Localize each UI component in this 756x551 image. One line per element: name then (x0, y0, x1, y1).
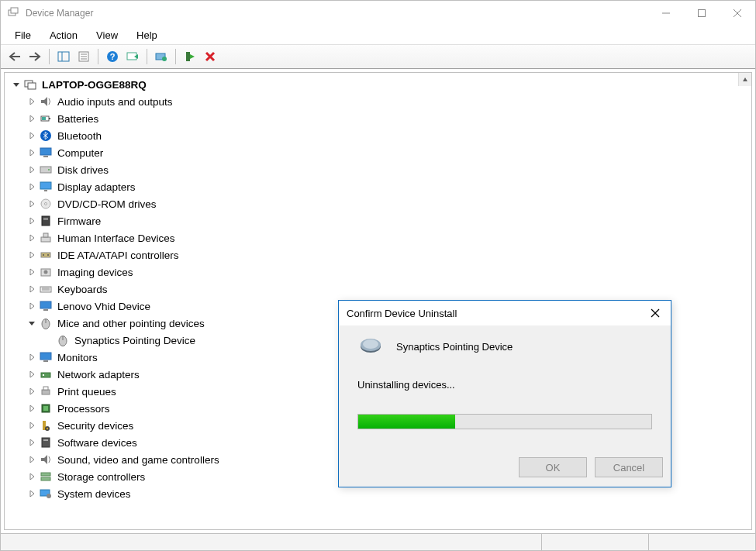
progress-bar (357, 414, 652, 429)
svg-marker-97 (743, 77, 747, 81)
svg-rect-34 (40, 148, 51, 155)
network-icon (39, 368, 53, 381)
chevron-right-icon[interactable] (26, 471, 37, 482)
chevron-right-icon[interactable] (26, 181, 37, 192)
tree-item[interactable]: Imaging devices (6, 263, 750, 281)
svg-rect-74 (41, 373, 50, 377)
chevron-right-icon[interactable] (26, 352, 37, 363)
chevron-right-icon[interactable] (26, 301, 37, 312)
chevron-right-icon[interactable] (26, 232, 37, 243)
svg-rect-64 (43, 309, 48, 311)
monitor-icon (39, 300, 53, 312)
ok-button[interactable]: OK (519, 457, 587, 477)
chevron-right-icon[interactable] (26, 454, 37, 465)
tree-item[interactable]: Audio inputs and outputs (6, 93, 750, 110)
tree-item-label: Storage controllers (57, 471, 145, 483)
tree-item[interactable]: System devices (6, 485, 750, 502)
mouse-icon (56, 334, 70, 346)
tree-item[interactable]: Firmware (6, 212, 750, 229)
show-hide-console-tree-button[interactable] (54, 47, 73, 66)
svg-marker-48 (30, 235, 34, 241)
tree-root[interactable]: LAPTOP-OGGE88RQ (6, 76, 750, 93)
chevron-right-icon[interactable] (26, 267, 37, 277)
chevron-right-icon[interactable] (26, 284, 37, 294)
svg-point-57 (44, 270, 48, 274)
toolbar: ? (1, 44, 755, 69)
tree-item[interactable]: Human Interface Devices (6, 229, 750, 246)
menu-file[interactable]: File (7, 28, 39, 43)
update-driver-button[interactable] (152, 47, 171, 66)
enable-device-button[interactable] (181, 47, 199, 66)
cancel-button[interactable]: Cancel (595, 457, 663, 477)
tree-item-label: Batteries (57, 113, 98, 125)
statusbar (1, 533, 755, 550)
svg-rect-92 (41, 473, 50, 476)
tree-item[interactable]: Display adapters (6, 178, 750, 195)
chevron-right-icon[interactable] (26, 164, 37, 175)
tree-item-label: Computer (57, 147, 103, 159)
properties-button[interactable] (74, 47, 93, 66)
dialog-status-text: Uninstalling devices... (357, 379, 652, 391)
tree-item-label: Disk drives (57, 164, 109, 176)
minimize-button[interactable] (648, 1, 684, 26)
svg-marker-70 (30, 354, 34, 360)
menu-view[interactable]: View (88, 28, 126, 43)
tree-item[interactable]: Keyboards (6, 281, 750, 298)
chevron-right-icon[interactable] (26, 250, 37, 260)
tree-item[interactable]: DVD/CD-ROM drives (6, 195, 750, 212)
svg-marker-51 (30, 252, 34, 258)
chevron-right-icon[interactable] (26, 198, 37, 209)
disc-icon (39, 198, 53, 210)
tree-item-label: Print queues (57, 386, 116, 398)
back-button[interactable] (5, 47, 24, 66)
tree-item[interactable]: Computer (6, 144, 750, 161)
svg-marker-90 (41, 455, 47, 464)
chevron-right-icon[interactable] (26, 215, 37, 226)
mouse-icon (357, 336, 384, 357)
chevron-right-icon[interactable] (26, 488, 37, 499)
monitor-icon (39, 146, 53, 159)
maximize-button[interactable] (684, 1, 720, 26)
svg-rect-50 (43, 233, 48, 237)
svg-marker-26 (41, 97, 47, 106)
tree-item-label: Mice and other pointing devices (57, 318, 205, 329)
svg-rect-1 (11, 8, 18, 13)
cpu-icon (39, 402, 53, 415)
titlebar: Device Manager (1, 1, 755, 26)
monitor-icon (39, 351, 53, 363)
scroll-up-button[interactable] (738, 73, 751, 86)
chevron-right-icon[interactable] (26, 403, 37, 414)
chevron-down-icon[interactable] (11, 79, 22, 90)
chevron-right-icon[interactable] (26, 96, 37, 107)
svg-text:?: ? (110, 52, 116, 61)
bluetooth-icon (39, 129, 53, 142)
svg-marker-91 (30, 474, 34, 480)
tree-item[interactable]: Disk drives (6, 161, 750, 178)
uninstall-device-button[interactable] (201, 47, 219, 66)
svg-rect-35 (43, 156, 48, 157)
forward-button[interactable] (26, 47, 44, 66)
chevron-right-icon[interactable] (26, 437, 37, 448)
chevron-right-icon[interactable] (26, 113, 37, 124)
svg-rect-41 (44, 190, 47, 191)
chevron-down-icon[interactable] (26, 318, 37, 329)
tree-item[interactable]: Batteries (6, 110, 750, 127)
chevron-right-icon[interactable] (26, 130, 37, 141)
help-button[interactable]: ? (103, 47, 122, 66)
scan-hardware-button[interactable] (123, 47, 142, 66)
chevron-right-icon[interactable] (26, 386, 37, 397)
menu-help[interactable]: Help (129, 28, 165, 43)
tree-item-label: Imaging devices (57, 267, 133, 278)
svg-marker-79 (30, 405, 34, 412)
tree-item-label: DVD/CD-ROM drives (57, 198, 157, 210)
svg-point-54 (47, 254, 49, 256)
svg-marker-73 (30, 371, 34, 377)
dialog-close-button[interactable] (647, 305, 663, 321)
chevron-right-icon[interactable] (26, 420, 37, 431)
tree-item[interactable]: Bluetooth (6, 127, 750, 144)
menu-action[interactable]: Action (42, 28, 85, 43)
close-button[interactable] (720, 1, 755, 26)
chevron-right-icon[interactable] (26, 369, 37, 380)
chevron-right-icon[interactable] (26, 147, 37, 158)
tree-item[interactable]: IDE ATA/ATAPI controllers (6, 246, 750, 263)
